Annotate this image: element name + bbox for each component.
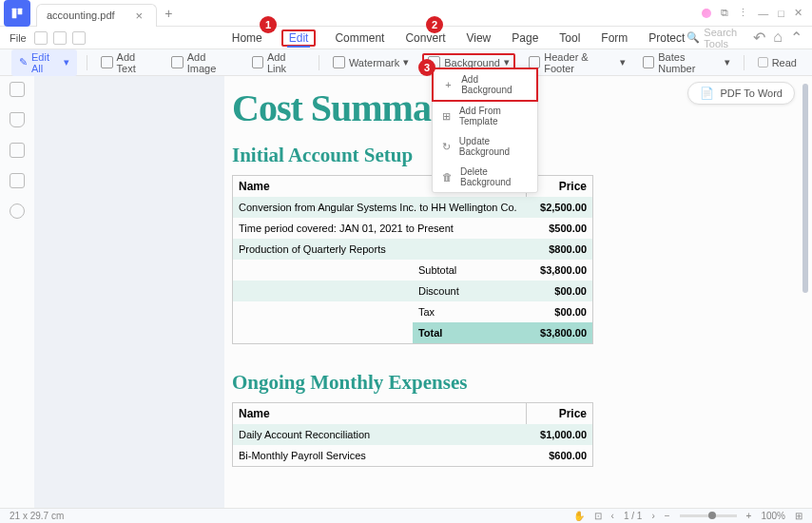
tab-comment[interactable]: Comment — [333, 29, 386, 47]
section1-table: NamePrice Conversion from Angular System… — [232, 175, 593, 344]
minimize-icon[interactable]: — — [758, 8, 768, 19]
account-avatar[interactable] — [702, 9, 711, 18]
close-window-icon[interactable]: ✕ — [794, 7, 802, 19]
search-panel-icon[interactable] — [10, 203, 25, 219]
collapse-icon[interactable]: ⌃ — [790, 29, 802, 47]
fit-icon[interactable]: ⊡ — [594, 511, 602, 521]
page-indicator[interactable]: 1 / 1 — [624, 511, 642, 521]
table-row: Bi-Monthly Payroll Services$600.00 — [233, 445, 592, 466]
tab-protect[interactable]: Protect — [647, 29, 686, 47]
edit-all-button[interactable]: ✎Edit All▾ — [11, 49, 77, 76]
chevron-down-icon: ▾ — [403, 56, 409, 68]
discount-row: Discount$00.00 — [233, 281, 592, 301]
prev-page-icon[interactable]: ‹ — [611, 511, 614, 521]
tab-home[interactable]: Home — [230, 29, 264, 47]
save-icon[interactable] — [53, 31, 67, 45]
watermark-button[interactable]: Watermark▾ — [329, 54, 413, 70]
col-price: Price — [526, 403, 592, 424]
bookmark-icon[interactable] — [10, 112, 25, 127]
fit-page-icon[interactable]: ⊞ — [795, 511, 802, 521]
tab-form[interactable]: Form — [599, 29, 629, 47]
hand-tool-icon[interactable]: ✋ — [573, 511, 585, 521]
add-image-button[interactable]: Add Image — [167, 49, 238, 76]
checkbox-icon — [758, 57, 768, 68]
menu-icon[interactable]: ⋮ — [738, 7, 748, 19]
undo-icon[interactable]: ↶ — [753, 29, 765, 47]
thumbnails-icon[interactable] — [10, 82, 25, 97]
bates-icon — [643, 56, 654, 68]
app-logo — [4, 0, 30, 27]
search-tools[interactable]: 🔍 Search Tools — [686, 27, 740, 49]
col-name: Name — [233, 403, 526, 424]
add-text-button[interactable]: Add Text — [97, 49, 158, 76]
table-row: Production of Quarterly Reports$800.00 — [233, 239, 592, 260]
image-icon — [171, 56, 183, 68]
total-row: Total$3,800.00 — [233, 322, 592, 343]
maximize-icon[interactable]: □ — [778, 8, 784, 19]
section2-table: NamePrice Daily Account Reconciliation$1… — [232, 402, 593, 467]
callout-badge-2: 2 — [426, 16, 443, 33]
layers-icon[interactable] — [10, 143, 25, 158]
table-row: Conversion from Angular Systems Inc. to … — [233, 197, 592, 218]
trash-icon: 🗑 — [442, 171, 453, 183]
refresh-icon: ↻ — [442, 141, 452, 152]
tab-title: accounting.pdf — [47, 10, 115, 21]
page-gutter — [34, 76, 224, 508]
pencil-icon: ✎ — [19, 56, 28, 68]
document-tab[interactable]: accounting.pdf × — [36, 4, 157, 27]
callout-badge-1: 1 — [260, 16, 277, 33]
chevron-down-icon: ▾ — [620, 56, 626, 68]
search-icon: 🔍 — [686, 31, 700, 44]
read-toggle[interactable]: Read — [754, 55, 801, 70]
text-icon — [101, 56, 112, 68]
tab-view[interactable]: View — [464, 29, 493, 47]
zoom-slider[interactable] — [680, 514, 737, 517]
bates-number-button[interactable]: Bates Number▾ — [639, 49, 734, 76]
template-icon: ⊞ — [442, 110, 452, 122]
next-page-icon[interactable]: › — [651, 511, 654, 521]
file-menu[interactable]: File — [10, 32, 27, 44]
plus-icon: + — [443, 79, 454, 90]
callout-badge-3: 3 — [418, 59, 435, 76]
section2-heading: Ongoing Monthly Expenses — [232, 371, 812, 395]
tab-page[interactable]: Page — [510, 29, 540, 47]
redo-icon[interactable]: ⌂ — [773, 29, 783, 47]
open-icon[interactable] — [34, 31, 48, 45]
tab-convert[interactable]: Convert — [403, 29, 447, 47]
print-icon[interactable] — [72, 31, 86, 45]
attachment-icon[interactable] — [10, 173, 25, 188]
dd-update-background[interactable]: ↻Update Background — [433, 131, 537, 162]
tab-close-icon[interactable]: × — [136, 9, 144, 23]
zoom-level[interactable]: 100% — [761, 511, 785, 521]
new-tab-button[interactable]: + — [164, 6, 172, 21]
dd-delete-background[interactable]: 🗑Delete Background — [433, 162, 537, 192]
dd-add-background[interactable]: +Add Background — [432, 68, 538, 102]
chevron-down-icon: ▾ — [725, 56, 730, 68]
tax-row: Tax$00.00 — [233, 301, 592, 322]
tab-tool[interactable]: Tool — [557, 29, 582, 47]
svg-rect-1 — [18, 8, 23, 14]
svg-rect-0 — [12, 8, 17, 18]
watermark-icon — [333, 56, 345, 68]
header-footer-button[interactable]: Header & Footer▾ — [525, 49, 629, 76]
tab-edit[interactable]: Edit — [281, 29, 317, 47]
table-row: Daily Account Reconciliation$1,000.00 — [233, 424, 592, 445]
table-row: Time period covered: JAN 01, 2021 to Pre… — [233, 218, 592, 239]
convert-icon: 📄 — [700, 87, 714, 100]
dd-add-from-template[interactable]: ⊞Add From Template — [433, 101, 537, 131]
zoom-out-icon[interactable]: − — [665, 511, 670, 521]
subtotal-row: Subtotal$3,800.00 — [233, 260, 592, 281]
page-dimensions: 21 x 29.7 cm — [10, 511, 64, 521]
background-dropdown: +Add Background ⊞Add From Template ↻Upda… — [432, 68, 538, 193]
vertical-scrollbar[interactable] — [802, 84, 808, 293]
pdf-to-word-button[interactable]: 📄PDF To Word — [687, 82, 795, 105]
share-icon[interactable]: ⧉ — [721, 7, 728, 19]
add-link-button[interactable]: Add Link — [248, 49, 309, 76]
chevron-down-icon: ▾ — [64, 56, 69, 68]
left-rail — [0, 76, 34, 508]
link-icon — [252, 56, 263, 68]
zoom-in-icon[interactable]: + — [746, 511, 752, 521]
